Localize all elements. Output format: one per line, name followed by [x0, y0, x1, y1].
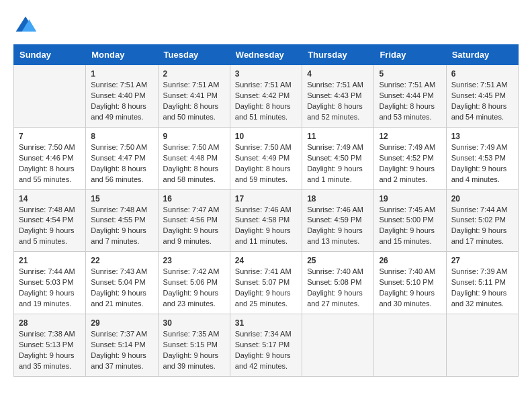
calendar-cell: 8 Sunrise: 7:50 AM Sunset: 4:47 PM Dayli… [86, 127, 158, 189]
calendar-cell: 26 Sunrise: 7:40 AM Sunset: 5:10 PM Dayl… [374, 252, 446, 314]
calendar-cell: 9 Sunrise: 7:50 AM Sunset: 4:48 PM Dayli… [158, 127, 230, 189]
calendar-cell [446, 314, 518, 377]
day-info: Sunrise: 7:50 AM Sunset: 4:48 PM Dayligh… [163, 142, 225, 185]
day-number: 12 [379, 132, 441, 141]
calendar-cell: 14 Sunrise: 7:48 AM Sunset: 4:54 PM Dayl… [14, 189, 86, 252]
day-info: Sunrise: 7:34 AM Sunset: 5:17 PM Dayligh… [235, 329, 297, 372]
calendar-cell: 4 Sunrise: 7:51 AM Sunset: 4:43 PM Dayli… [302, 65, 374, 128]
day-info: Sunrise: 7:39 AM Sunset: 5:11 PM Dayligh… [451, 267, 513, 310]
calendar-cell: 2 Sunrise: 7:51 AM Sunset: 4:41 PM Dayli… [158, 65, 230, 128]
calendar-cell: 1 Sunrise: 7:51 AM Sunset: 4:40 PM Dayli… [86, 65, 158, 128]
day-number: 21 [19, 256, 81, 265]
day-number: 25 [307, 256, 369, 265]
day-number: 26 [379, 256, 441, 265]
calendar-cell: 24 Sunrise: 7:41 AM Sunset: 5:07 PM Dayl… [230, 252, 302, 314]
calendar-week-row: 1 Sunrise: 7:51 AM Sunset: 4:40 PM Dayli… [14, 65, 519, 128]
calendar-cell: 15 Sunrise: 7:48 AM Sunset: 4:55 PM Dayl… [86, 189, 158, 252]
day-info: Sunrise: 7:50 AM Sunset: 4:46 PM Dayligh… [19, 142, 81, 185]
calendar-week-row: 21 Sunrise: 7:44 AM Sunset: 5:03 PM Dayl… [14, 252, 519, 314]
day-info: Sunrise: 7:37 AM Sunset: 5:14 PM Dayligh… [91, 329, 152, 372]
day-number: 15 [91, 194, 152, 203]
day-number: 2 [163, 69, 225, 79]
day-number: 9 [163, 132, 225, 141]
day-info: Sunrise: 7:43 AM Sunset: 5:04 PM Dayligh… [91, 267, 152, 310]
calendar-cell: 11 Sunrise: 7:49 AM Sunset: 4:50 PM Dayl… [302, 127, 374, 189]
page-header [13, 13, 519, 38]
day-info: Sunrise: 7:51 AM Sunset: 4:43 PM Dayligh… [307, 80, 369, 123]
day-number: 4 [307, 69, 369, 79]
day-number: 22 [91, 256, 152, 265]
day-info: Sunrise: 7:49 AM Sunset: 4:53 PM Dayligh… [451, 142, 513, 185]
day-info: Sunrise: 7:46 AM Sunset: 4:58 PM Dayligh… [235, 205, 297, 248]
day-number: 8 [91, 132, 152, 141]
day-info: Sunrise: 7:46 AM Sunset: 4:59 PM Dayligh… [307, 205, 369, 248]
calendar-cell: 12 Sunrise: 7:49 AM Sunset: 4:52 PM Dayl… [374, 127, 446, 189]
calendar-table: SundayMondayTuesdayWednesdayThursdayFrid… [13, 44, 519, 377]
day-number: 13 [451, 132, 513, 141]
day-number: 31 [235, 318, 297, 328]
day-info: Sunrise: 7:45 AM Sunset: 5:00 PM Dayligh… [379, 205, 441, 248]
day-info: Sunrise: 7:51 AM Sunset: 4:44 PM Dayligh… [379, 80, 441, 123]
day-number: 6 [451, 69, 513, 79]
day-info: Sunrise: 7:49 AM Sunset: 4:50 PM Dayligh… [307, 142, 369, 185]
calendar-cell: 28 Sunrise: 7:38 AM Sunset: 5:13 PM Dayl… [14, 314, 86, 377]
calendar-cell: 13 Sunrise: 7:49 AM Sunset: 4:53 PM Dayl… [446, 127, 518, 189]
calendar-cell: 17 Sunrise: 7:46 AM Sunset: 4:58 PM Dayl… [230, 189, 302, 252]
header-wednesday: Wednesday [230, 45, 302, 65]
calendar-cell: 16 Sunrise: 7:47 AM Sunset: 4:56 PM Dayl… [158, 189, 230, 252]
logo [13, 13, 40, 38]
day-number: 28 [19, 318, 81, 328]
header-thursday: Thursday [302, 45, 374, 65]
header-tuesday: Tuesday [158, 45, 230, 65]
day-info: Sunrise: 7:42 AM Sunset: 5:06 PM Dayligh… [163, 267, 225, 310]
day-number: 29 [91, 318, 152, 328]
day-number: 7 [19, 132, 81, 141]
day-number: 1 [91, 69, 152, 79]
header-sunday: Sunday [14, 45, 86, 65]
calendar-cell: 27 Sunrise: 7:39 AM Sunset: 5:11 PM Dayl… [446, 252, 518, 314]
calendar-cell: 30 Sunrise: 7:35 AM Sunset: 5:15 PM Dayl… [158, 314, 230, 377]
calendar-cell: 23 Sunrise: 7:42 AM Sunset: 5:06 PM Dayl… [158, 252, 230, 314]
day-info: Sunrise: 7:51 AM Sunset: 4:40 PM Dayligh… [91, 80, 152, 123]
day-info: Sunrise: 7:51 AM Sunset: 4:42 PM Dayligh… [235, 80, 297, 123]
calendar-cell: 6 Sunrise: 7:51 AM Sunset: 4:45 PM Dayli… [446, 65, 518, 128]
calendar-cell: 21 Sunrise: 7:44 AM Sunset: 5:03 PM Dayl… [14, 252, 86, 314]
header-saturday: Saturday [446, 45, 518, 65]
calendar-cell: 22 Sunrise: 7:43 AM Sunset: 5:04 PM Dayl… [86, 252, 158, 314]
day-info: Sunrise: 7:47 AM Sunset: 4:56 PM Dayligh… [163, 205, 225, 248]
header-monday: Monday [86, 45, 158, 65]
day-info: Sunrise: 7:44 AM Sunset: 5:03 PM Dayligh… [19, 267, 81, 310]
day-number: 14 [19, 194, 81, 203]
calendar-cell [14, 65, 86, 128]
calendar-header-row: SundayMondayTuesdayWednesdayThursdayFrid… [14, 45, 519, 65]
calendar-week-row: 28 Sunrise: 7:38 AM Sunset: 5:13 PM Dayl… [14, 314, 519, 377]
day-info: Sunrise: 7:49 AM Sunset: 4:52 PM Dayligh… [379, 142, 441, 185]
header-friday: Friday [374, 45, 446, 65]
day-number: 11 [307, 132, 369, 141]
day-info: Sunrise: 7:40 AM Sunset: 5:08 PM Dayligh… [307, 267, 369, 310]
day-info: Sunrise: 7:44 AM Sunset: 5:02 PM Dayligh… [451, 205, 513, 248]
day-info: Sunrise: 7:51 AM Sunset: 4:41 PM Dayligh… [163, 80, 225, 123]
day-number: 16 [163, 194, 225, 203]
day-info: Sunrise: 7:51 AM Sunset: 4:45 PM Dayligh… [451, 80, 513, 123]
day-info: Sunrise: 7:50 AM Sunset: 4:47 PM Dayligh… [91, 142, 152, 185]
day-info: Sunrise: 7:50 AM Sunset: 4:49 PM Dayligh… [235, 142, 297, 185]
day-number: 24 [235, 256, 297, 265]
day-number: 19 [379, 194, 441, 203]
day-number: 10 [235, 132, 297, 141]
day-info: Sunrise: 7:48 AM Sunset: 4:55 PM Dayligh… [91, 205, 152, 248]
calendar-cell: 20 Sunrise: 7:44 AM Sunset: 5:02 PM Dayl… [446, 189, 518, 252]
calendar-cell: 31 Sunrise: 7:34 AM Sunset: 5:17 PM Dayl… [230, 314, 302, 377]
calendar-cell: 25 Sunrise: 7:40 AM Sunset: 5:08 PM Dayl… [302, 252, 374, 314]
day-info: Sunrise: 7:35 AM Sunset: 5:15 PM Dayligh… [163, 329, 225, 372]
day-number: 20 [451, 194, 513, 203]
day-number: 5 [379, 69, 441, 79]
day-info: Sunrise: 7:48 AM Sunset: 4:54 PM Dayligh… [19, 205, 81, 248]
calendar-cell: 5 Sunrise: 7:51 AM Sunset: 4:44 PM Dayli… [374, 65, 446, 128]
calendar-cell: 10 Sunrise: 7:50 AM Sunset: 4:49 PM Dayl… [230, 127, 302, 189]
day-number: 3 [235, 69, 297, 79]
day-number: 17 [235, 194, 297, 203]
calendar-cell [302, 314, 374, 377]
day-number: 27 [451, 256, 513, 265]
day-number: 30 [163, 318, 225, 328]
